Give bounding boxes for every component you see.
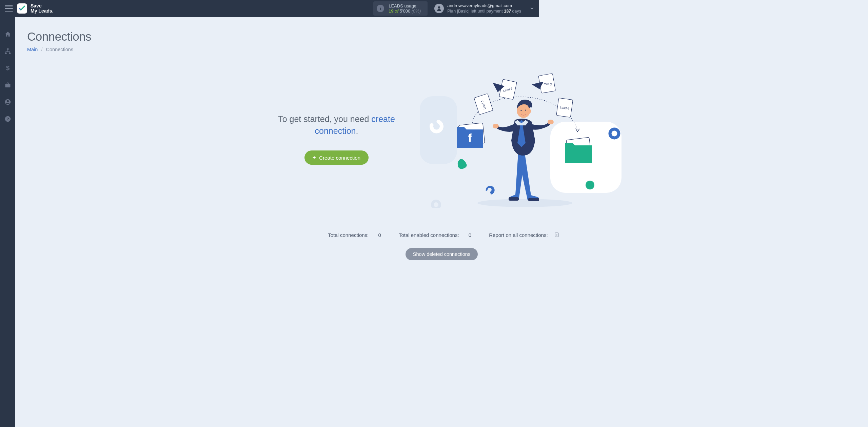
briefcase-icon	[4, 82, 11, 88]
sidebar-item-billing[interactable]: $	[4, 64, 12, 72]
svg-text:?: ?	[6, 117, 9, 121]
empty-state-text: To get started, you need create connecti…	[257, 66, 416, 165]
menu-toggle[interactable]	[5, 5, 13, 12]
breadcrumb-current: Connections	[46, 47, 74, 52]
breadcrumb-main[interactable]: Main	[27, 47, 38, 52]
svg-text:f: f	[468, 131, 472, 144]
leads-usage-value: 19 of 5'000 (0%)	[389, 8, 421, 14]
svg-point-34	[529, 109, 531, 113]
svg-rect-1	[7, 48, 8, 50]
leads-usage-box[interactable]: i LEADS usage: 19 of 5'000 (0%)	[373, 1, 428, 16]
chevron-down-icon[interactable]	[530, 6, 534, 11]
svg-point-0	[438, 6, 440, 9]
svg-rect-28	[528, 198, 539, 201]
page-title: Connections	[27, 30, 539, 43]
svg-point-7	[7, 100, 9, 102]
stat-total: Total connections: 0	[324, 232, 385, 238]
svg-rect-27	[509, 197, 519, 201]
svg-rect-5	[5, 84, 10, 87]
plus-icon: +	[313, 155, 316, 161]
sidebar-item-help[interactable]: ?	[4, 115, 12, 123]
user-circle-icon	[4, 99, 11, 105]
stat-report: Report on all connections:	[485, 232, 539, 238]
breadcrumb: Main / Connections	[27, 47, 539, 52]
sidebar-item-account[interactable]	[4, 98, 12, 106]
sidebar-item-home[interactable]	[4, 30, 12, 38]
sidebar-item-briefcase[interactable]	[4, 81, 12, 89]
svg-rect-3	[9, 53, 11, 54]
left-sidebar: $ ?	[0, 17, 15, 262]
empty-message: To get started, you need create connecti…	[257, 113, 416, 137]
dollar-icon: $	[4, 65, 11, 72]
sidebar-item-connections[interactable]	[4, 47, 12, 55]
show-deleted-button[interactable]: Show deleted connections	[406, 248, 478, 260]
help-icon: ?	[4, 116, 11, 122]
info-icon: i	[377, 5, 384, 12]
sitemap-icon	[4, 48, 11, 55]
home-icon	[4, 31, 11, 38]
leads-usage-label: LEADS usage:	[389, 3, 421, 8]
user-icon	[436, 5, 442, 12]
empty-state-illustration: f Lead 1 Lead 2	[416, 66, 539, 205]
user-info: andrewsavemyleads@gmail.com Plan |Basic|…	[447, 3, 521, 14]
create-connection-button[interactable]: + Create connection	[304, 150, 369, 165]
svg-text:$: $	[6, 65, 9, 72]
avatar	[434, 4, 444, 13]
empty-state: To get started, you need create connecti…	[15, 66, 539, 205]
svg-point-14	[432, 201, 440, 208]
stats-row: Total connections: 0 Total enabled conne…	[15, 232, 539, 238]
breadcrumb-separator: /	[41, 47, 42, 52]
svg-rect-2	[5, 53, 6, 54]
main-content: Connections Main / Connections To get st…	[15, 17, 539, 262]
stat-enabled: Total enabled connections: 0	[395, 232, 475, 238]
user-menu[interactable]: andrewsavemyleads@gmail.com Plan |Basic|…	[434, 3, 534, 14]
app-logo[interactable]	[17, 3, 27, 14]
brand-name: Save My Leads.	[31, 3, 54, 14]
svg-point-33	[525, 109, 526, 110]
top-header: Save My Leads. i LEADS usage: 19 of 5'00…	[0, 0, 539, 17]
check-icon	[19, 5, 25, 12]
svg-point-29	[493, 124, 499, 128]
svg-point-32	[520, 110, 521, 111]
